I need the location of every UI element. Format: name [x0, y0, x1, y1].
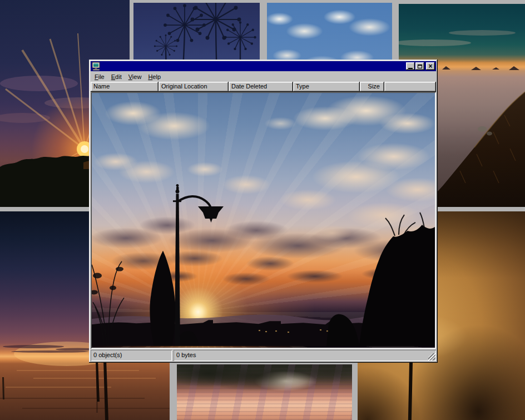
status-object-count: 0 object(s) — [91, 350, 172, 361]
column-header-blank — [384, 82, 436, 92]
list-view-area[interactable] — [91, 92, 436, 349]
recycle-bin-window: × File Edit View Help Name Original Loca… — [89, 60, 438, 363]
menu-help[interactable]: Help — [145, 72, 164, 81]
column-header-date-deleted[interactable]: Date Deleted — [229, 82, 293, 92]
window-titlebar[interactable]: × — [91, 61, 436, 71]
column-header-name[interactable]: Name — [91, 82, 159, 92]
column-header-type[interactable]: Type — [293, 82, 360, 92]
sunset-lamp-photo — [92, 93, 435, 348]
column-header-original-location[interactable]: Original Location — [159, 82, 229, 92]
maximize-icon — [418, 65, 422, 68]
minimize-icon — [408, 68, 413, 69]
minimize-button[interactable] — [406, 62, 415, 70]
menu-view[interactable]: View — [125, 72, 145, 81]
status-size-text: 0 bytes — [176, 352, 196, 358]
maximize-button[interactable] — [415, 62, 424, 70]
pole-silhouette — [408, 359, 413, 420]
list-column-headers: Name Original Location Date Deleted Type… — [91, 82, 436, 92]
column-header-size[interactable]: Size — [360, 82, 384, 92]
menu-file[interactable]: File — [91, 72, 108, 81]
close-icon: × — [428, 63, 432, 69]
menu-bar: File Edit View Help — [91, 71, 436, 82]
photo-silhouettes — [92, 93, 435, 348]
background-photo-water-reflections — [177, 364, 352, 420]
menu-edit[interactable]: Edit — [108, 72, 125, 81]
computer-icon — [92, 62, 101, 71]
status-size: 0 bytes — [174, 350, 436, 361]
resize-grip[interactable] — [428, 353, 435, 360]
status-bar: 0 object(s) 0 bytes — [91, 350, 436, 361]
close-button[interactable]: × — [426, 62, 435, 70]
